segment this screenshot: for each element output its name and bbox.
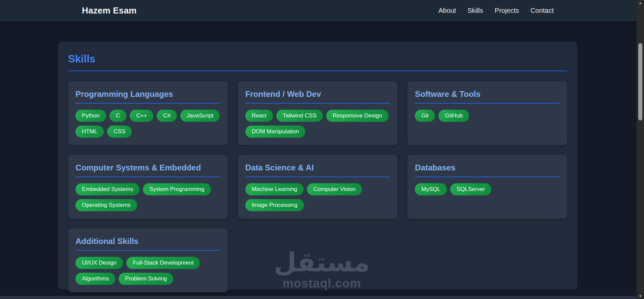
skill-badge-c: C++	[130, 110, 153, 122]
skill-badge-css: CSS	[107, 126, 132, 138]
skill-category-card-software-tools: Software & Tools GitGitHub	[407, 81, 567, 145]
skill-badge-embedded-systems: Embedded Systems	[75, 183, 140, 195]
skill-card-title: Computer Systems & Embedded	[75, 163, 220, 177]
skill-card-title: Frontend / Web Dev	[245, 89, 390, 104]
skill-badge-c: C#	[157, 110, 177, 122]
skill-badge-c: C	[110, 110, 126, 122]
scroll-up-icon[interactable]: ▲	[637, 0, 644, 6]
skill-badges: GitGitHub	[415, 110, 560, 122]
skill-badge-python: Python	[75, 110, 106, 122]
skill-badge-dom-manipulation: DOM Manipulation	[245, 126, 306, 138]
skill-badges: MySQLSQLServer	[415, 183, 560, 195]
skill-card-title: Data Science & AI	[245, 163, 390, 177]
skill-badges: Machine LearningComputer VisionImage Pro…	[245, 183, 390, 211]
skill-badge-html: HTML	[75, 126, 104, 138]
skill-category-card-data-science-ai: Data Science & AI Machine LearningComput…	[238, 155, 398, 219]
skill-category-card-computer-systems-embedded: Computer Systems & Embedded Embedded Sys…	[68, 155, 228, 219]
skill-badge-system-programming: System Programming	[143, 183, 211, 195]
skill-category-card-additional-skills: Additional Skills UI/UX DesignFull-Stack…	[68, 228, 228, 292]
vertical-scrollbar[interactable]: ▲ ▼	[637, 0, 644, 299]
skill-badge-ui-ux-design: UI/UX Design	[75, 257, 123, 269]
scroll-down-icon[interactable]: ▼	[637, 293, 644, 299]
skill-badge-problem-solving: Problem Solving	[119, 273, 173, 285]
skill-badge-responsive-design: Responsive Design	[326, 110, 388, 122]
skill-badge-github: GitHub	[438, 110, 469, 122]
nav-links: AboutSkillsProjectsContact	[438, 7, 554, 15]
footer-strip	[0, 296, 637, 299]
skill-badges: Embedded SystemsSystem ProgrammingOperat…	[75, 183, 220, 211]
skill-category-card-frontend-web-dev: Frontend / Web Dev ReactTailwind CSSResp…	[238, 81, 398, 145]
skill-cards-grid: Programming Languages PythonCC++C#JavaSc…	[68, 81, 567, 292]
skill-badge-sqlserver: SQLServer	[450, 183, 491, 195]
skill-badge-react: React	[245, 110, 273, 122]
skill-badge-machine-learning: Machine Learning	[245, 183, 304, 195]
skill-badges: UI/UX DesignFull-Stack DevelopmentAlgori…	[75, 257, 220, 285]
section-title: Skills	[68, 53, 567, 71]
nav-link-projects[interactable]: Projects	[495, 7, 519, 15]
nav-link-contact[interactable]: Contact	[530, 7, 554, 15]
navbar: Hazem Esam AboutSkillsProjectsContact	[0, 0, 644, 21]
skill-badge-git: Git	[415, 110, 435, 122]
skills-section: Skills Programming Languages PythonCC++C…	[58, 42, 577, 290]
skill-badge-computer-vision: Computer Vision	[307, 183, 362, 195]
skill-badge-full-stack-development: Full-Stack Development	[126, 257, 200, 269]
nav-link-about[interactable]: About	[438, 7, 456, 15]
skill-card-title: Databases	[415, 163, 560, 177]
skill-category-card-databases: Databases MySQLSQLServer	[407, 155, 567, 219]
scrollbar-thumb[interactable]	[638, 43, 642, 120]
skill-card-title: Additional Skills	[75, 237, 220, 251]
brand-logo[interactable]: Hazem Esam	[82, 5, 136, 16]
skill-badge-javascript: JavaScript	[180, 110, 220, 122]
skill-badge-image-processing: Image Processing	[245, 199, 304, 211]
skill-card-title: Software & Tools	[415, 89, 560, 104]
nav-link-skills[interactable]: Skills	[467, 7, 483, 15]
skill-badges: PythonCC++C#JavaScriptHTMLCSS	[75, 110, 220, 138]
skill-badge-mysql: MySQL	[415, 183, 447, 195]
page-viewport: Hazem Esam AboutSkillsProjectsContact Sk…	[0, 0, 644, 299]
skill-badge-tailwind-css: Tailwind CSS	[276, 110, 323, 122]
skill-card-title: Programming Languages	[75, 89, 220, 104]
skill-badge-algorithms: Algorithms	[75, 273, 115, 285]
skill-badges: ReactTailwind CSSResponsive DesignDOM Ma…	[245, 110, 390, 138]
skill-badge-operating-systems: Operating Systems	[75, 199, 137, 211]
skill-category-card-programming-languages: Programming Languages PythonCC++C#JavaSc…	[68, 81, 228, 145]
